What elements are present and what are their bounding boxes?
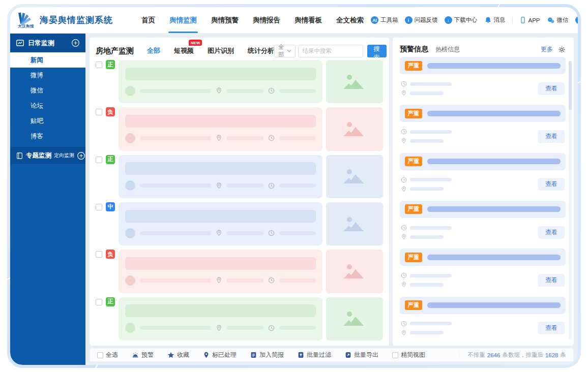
list-item[interactable]: 正	[96, 297, 383, 340]
view-button[interactable]: 查看	[538, 226, 565, 239]
view-button[interactable]: 查看	[538, 82, 565, 95]
util-help[interactable]: ? 帮助	[575, 16, 578, 24]
util-messages[interactable]: 消息	[484, 16, 506, 24]
alert-card[interactable]: 严重 查看	[400, 57, 566, 101]
more-link[interactable]: 更多	[541, 45, 553, 54]
item-content[interactable]	[119, 60, 322, 103]
nav-item-report[interactable]: 舆情报告	[246, 7, 287, 33]
item-thumbnail[interactable]	[326, 202, 383, 245]
item-content[interactable]	[119, 297, 322, 340]
alert-time-placeholder	[410, 226, 452, 230]
item-thumbnail[interactable]	[326, 107, 383, 150]
sidebar-item-blog[interactable]: 博客	[10, 129, 85, 144]
item-checkbox[interactable]	[96, 299, 102, 305]
nav-item-home[interactable]: 首页	[134, 7, 162, 33]
settings-gear-icon[interactable]	[558, 46, 566, 53]
alert-region-placeholder	[410, 235, 444, 239]
item-content[interactable]	[119, 250, 322, 293]
panels-row: 房地产监测 全部 短视频NEW 图片识别 统计分析 全部	[90, 38, 574, 346]
util-toolbox[interactable]: AI 工具箱	[371, 16, 398, 24]
list-item[interactable]: 中	[96, 202, 383, 245]
search-button[interactable]: 搜索	[367, 45, 387, 57]
scrollbar[interactable]	[569, 61, 572, 339]
view-button[interactable]: 查看	[538, 130, 565, 143]
view-button[interactable]: 查看	[538, 178, 565, 191]
plus-circle-icon[interactable]	[71, 39, 80, 47]
alert-headline: 严重	[400, 297, 566, 314]
view-button[interactable]: 查看	[538, 322, 565, 334]
compact-view-checkbox[interactable]	[392, 352, 398, 358]
sidebar-item-weibo[interactable]: 微博	[10, 68, 85, 83]
sidebar-section-topic-monitor[interactable]: 专题监测 定向监测	[10, 147, 85, 164]
alert-card[interactable]: 严重 查看	[400, 153, 566, 197]
item-thumbnail[interactable]	[326, 250, 383, 293]
item-checkbox[interactable]	[96, 109, 102, 115]
list-item[interactable]: 负	[96, 107, 383, 150]
alert-time-placeholder	[410, 82, 452, 86]
search-input[interactable]	[298, 45, 363, 57]
item-checkbox[interactable]	[96, 204, 102, 210]
avatar	[125, 180, 135, 191]
item-thumbnail[interactable]	[326, 155, 383, 198]
nav-item-board[interactable]: 舆情看板	[287, 7, 329, 33]
tab-image-recognition[interactable]: 图片识别	[208, 46, 234, 55]
view-button[interactable]: 查看	[538, 274, 565, 287]
item-content[interactable]	[119, 107, 322, 150]
list-item[interactable]: 正	[96, 155, 383, 198]
nav-item-warning[interactable]: 舆情预警	[204, 7, 246, 33]
add-briefing-action[interactable]: 加入简报	[250, 351, 284, 359]
list-item[interactable]: 正	[96, 60, 383, 103]
sidebar-section-daily-monitor[interactable]: 日常监测	[10, 34, 85, 52]
alert-title-placeholder	[427, 206, 561, 212]
util-feedback[interactable]: i 问题反馈	[405, 16, 438, 24]
nav-item-fulltext[interactable]: 全文检索	[329, 7, 371, 33]
util-wechat[interactable]: 微信	[547, 16, 569, 24]
item-title-placeholder	[125, 68, 316, 80]
item-checkbox[interactable]	[96, 157, 102, 163]
scrollbar-thumb[interactable]	[569, 61, 572, 110]
alert-card[interactable]: 严重 查看	[400, 201, 566, 244]
tab-all[interactable]: 全部	[147, 46, 160, 55]
tab-hot-list[interactable]: 热榜信息	[435, 45, 460, 54]
warn-action[interactable]: 预警	[132, 351, 154, 359]
tab-short-video[interactable]: 短视频NEW	[174, 46, 194, 55]
search-scope-select[interactable]: 全部	[274, 45, 296, 57]
select-all-action[interactable]: 全选	[97, 351, 118, 359]
item-content[interactable]	[119, 155, 322, 198]
compact-view-action[interactable]: 精简视图	[392, 351, 425, 359]
select-all-checkbox[interactable]	[97, 352, 103, 358]
tab-alert-info[interactable]: 预警信息	[400, 45, 428, 54]
batch-filter-action[interactable]: 批量过滤	[298, 351, 331, 359]
action-label: 加入简报	[259, 351, 284, 359]
sidebar-item-forum[interactable]: 论坛	[10, 98, 85, 113]
favorite-action[interactable]: 收藏	[167, 351, 189, 359]
item-checkbox[interactable]	[96, 61, 102, 68]
util-app[interactable]: APP	[519, 16, 540, 24]
sidebar-item-wechat[interactable]: 微信	[10, 83, 85, 98]
item-checkbox[interactable]	[96, 251, 102, 258]
clock-icon	[401, 321, 407, 327]
mark-processed-action[interactable]: 标已处理	[203, 351, 237, 359]
sidebar-item-tieba[interactable]: 贴吧	[10, 113, 85, 129]
time-placeholder	[279, 183, 316, 188]
plus-circle-icon[interactable]	[77, 151, 85, 160]
nav-item-monitor[interactable]: 舆情监测	[162, 7, 204, 33]
batch-export-action[interactable]: 批量导出	[345, 351, 378, 359]
sidebar-item-news[interactable]: 新闻	[10, 52, 85, 68]
clock-icon	[268, 230, 275, 236]
list-item[interactable]: 负	[96, 250, 383, 293]
alert-card[interactable]: 严重 查看	[400, 249, 566, 292]
item-content[interactable]	[119, 202, 322, 245]
chevron-down-icon	[287, 49, 291, 52]
item-thumbnail[interactable]	[326, 60, 383, 103]
alert-card[interactable]: 严重 查看	[400, 297, 566, 340]
util-download-center[interactable]: ↓ 下载中心	[445, 16, 478, 24]
monitor-list-panel: 房地产监测 全部 短视频NEW 图片识别 统计分析 全部	[90, 38, 389, 346]
sentiment-badge: 负	[106, 107, 115, 116]
tab-statistics[interactable]: 统计分析	[248, 46, 274, 55]
alert-card[interactable]: 严重 查看	[400, 105, 566, 148]
item-meta	[125, 275, 316, 286]
severity-badge: 严重	[405, 157, 422, 166]
item-thumbnail[interactable]	[326, 297, 383, 340]
alert-region-placeholder	[410, 139, 444, 143]
